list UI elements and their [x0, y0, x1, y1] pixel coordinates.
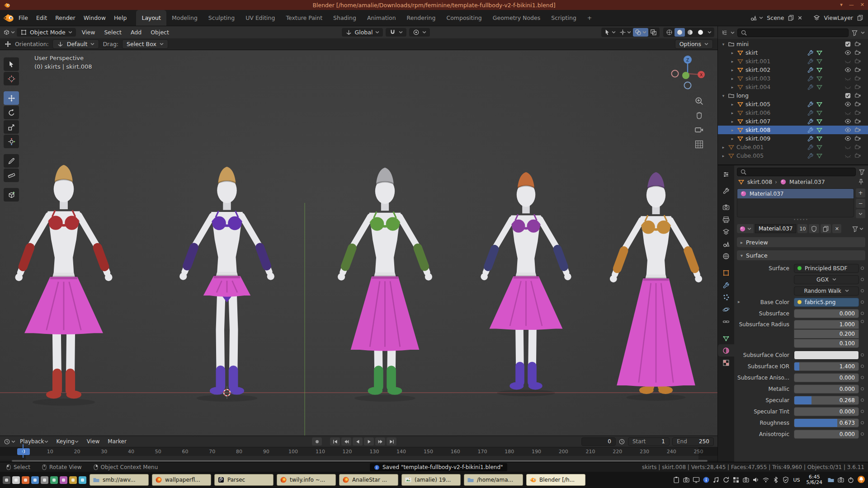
collection-checkbox[interactable]	[844, 92, 851, 99]
tray-clipboard-icon[interactable]	[673, 476, 680, 483]
mannequin-gold-gown[interactable]	[592, 172, 718, 402]
viewlayer-selector[interactable]: ViewLayer	[813, 14, 863, 21]
shade-button[interactable]: ▾	[840, 0, 843, 9]
object-data-icon[interactable]	[816, 135, 823, 142]
disable-in-renders-icon[interactable]	[854, 109, 861, 116]
tray-updates-icon[interactable]	[782, 476, 789, 483]
mode-dropdown[interactable]: Object Mode	[17, 28, 76, 37]
workspace-tab-layout[interactable]: Layout	[136, 10, 166, 26]
play-button[interactable]	[364, 437, 374, 446]
decorate-dot[interactable]	[859, 267, 865, 270]
viewport-zoom-icon[interactable]	[694, 96, 704, 106]
decorate-dot[interactable]	[859, 432, 865, 436]
value-slider[interactable]: 0.000	[794, 430, 859, 439]
hide-in-viewport-icon[interactable]	[844, 49, 851, 56]
expand-arrow-icon[interactable]: ▸	[730, 85, 735, 89]
hide-in-viewport-icon[interactable]	[844, 58, 851, 65]
decorate-dot[interactable]	[859, 421, 865, 424]
hide-in-viewport-icon[interactable]	[844, 118, 851, 125]
object-data-icon[interactable]	[816, 58, 823, 65]
filter-icon[interactable]	[851, 29, 858, 36]
properties-search-input[interactable]	[737, 168, 856, 176]
modifier-wrench-icon[interactable]	[807, 75, 814, 82]
expand-arrow-icon[interactable]: ▸	[730, 136, 735, 141]
disable-in-renders-icon[interactable]	[854, 118, 861, 125]
timeline-editor-icon[interactable]	[4, 438, 10, 445]
new-material-button[interactable]	[821, 224, 831, 233]
hide-in-viewport-icon[interactable]	[844, 144, 851, 150]
hide-in-viewport-icon[interactable]	[844, 66, 851, 73]
keyboard-layout-indicator[interactable]: US	[792, 477, 802, 483]
drag-setting-dropdown[interactable]: Select Box	[122, 39, 168, 49]
outliner-row-skirt.001[interactable]: ▸ skirt.001	[718, 57, 868, 66]
properties-tab-physics[interactable]	[718, 303, 734, 315]
outliner-row-mini[interactable]: ▾ mini	[718, 40, 868, 48]
mannequin-violet-knee-skirt[interactable]	[463, 172, 589, 397]
object-data-icon[interactable]	[816, 144, 823, 150]
gizmos-toggle[interactable]	[618, 28, 633, 37]
workspace-tab-texture-paint[interactable]: Texture Paint	[280, 10, 328, 26]
timeline-menu-playback[interactable]: Playback	[16, 436, 52, 447]
close-button[interactable]: ✕	[860, 0, 864, 9]
jump-start-button[interactable]	[330, 437, 340, 446]
decorate-dot[interactable]	[859, 376, 865, 379]
taskbar-launcher-files-icon[interactable]	[12, 476, 20, 484]
unlink-material-button[interactable]: ✕	[832, 224, 841, 233]
outliner-row-skirt.005[interactable]: ▸ skirt.005	[718, 100, 868, 108]
taskbar-window-button[interactable]: Blender [/h...	[526, 474, 585, 486]
breadcrumb-material[interactable]: Material.037	[789, 178, 825, 185]
filter-icon[interactable]	[859, 169, 865, 175]
tool-move-button[interactable]	[4, 91, 19, 105]
base-color-texture-button[interactable]: fabric5.png	[794, 298, 859, 307]
taskbar-launcher-browser-icon[interactable]	[22, 476, 29, 484]
tool-measure-button[interactable]	[4, 169, 19, 182]
next-keyframe-button[interactable]	[375, 437, 385, 446]
tool-add-cube-button[interactable]	[4, 188, 19, 202]
viewport-camera-view-icon[interactable]	[694, 125, 704, 135]
expand-arrow-icon[interactable]: ▸	[730, 102, 735, 107]
disable-in-renders-icon[interactable]	[854, 41, 861, 47]
hide-in-viewport-icon[interactable]	[844, 127, 851, 133]
material-name-field[interactable]: Material.037	[755, 224, 796, 233]
bell-icon[interactable]	[857, 475, 865, 483]
viewport-menu-add[interactable]: Add	[127, 29, 146, 36]
collection-checkbox[interactable]	[844, 41, 851, 47]
new-viewlayer-icon[interactable]	[857, 14, 863, 21]
value-slider[interactable]: 0.000	[794, 373, 859, 382]
object-data-icon[interactable]	[816, 127, 823, 133]
viewport-menu-view[interactable]: View	[78, 29, 99, 36]
outliner-row-Cube.005[interactable]: ▸ Cube.005	[718, 151, 868, 160]
decorate-dot[interactable]	[859, 289, 865, 292]
object-data-icon[interactable]	[816, 75, 823, 82]
viewport-hand-icon[interactable]	[694, 111, 704, 120]
disable-in-renders-icon[interactable]	[854, 66, 861, 73]
outliner-row-skirt.008[interactable]: ▸ skirt.008	[718, 126, 868, 134]
workspace-tab-uv-editing[interactable]: UV Editing	[240, 10, 280, 26]
outliner-editor-icon[interactable]	[721, 29, 728, 36]
slot-specials-button[interactable]	[856, 209, 865, 218]
taskbar-window-button[interactable]: (amalie) 19...	[401, 474, 461, 486]
properties-tab-constraints[interactable]	[718, 315, 734, 328]
surface-shader-button[interactable]: Principled BSDF	[794, 264, 859, 273]
properties-tab-tool[interactable]	[718, 184, 734, 197]
outliner-row-skirt.007[interactable]: ▸ skirt.007	[718, 117, 868, 126]
modifier-wrench-icon[interactable]	[807, 101, 814, 108]
disable-in-renders-icon[interactable]	[854, 144, 861, 150]
hide-in-viewport-icon[interactable]	[844, 135, 851, 142]
outliner-row-long[interactable]: ▾ long	[718, 91, 868, 100]
tray-workspace-grid-icon[interactable]	[732, 476, 740, 483]
taskbar-window-button[interactable]: wallpaperfl...	[152, 474, 211, 486]
properties-tab-texture[interactable]	[718, 357, 734, 369]
hide-in-viewport-icon[interactable]	[844, 101, 851, 108]
expand-arrow-icon[interactable]: ▸	[730, 51, 735, 55]
expand-arrow-icon[interactable]: ▸	[721, 154, 726, 158]
taskbar-clock[interactable]: 6:455/6/24	[804, 474, 825, 486]
timeline-ruler[interactable]: 0 01020304050607080901001101201301401501…	[0, 447, 717, 456]
object-data-icon[interactable]	[816, 84, 823, 90]
decorate-dot[interactable]	[859, 399, 865, 402]
timeline-track[interactable]	[0, 456, 717, 460]
value-field[interactable]: 0.200	[794, 329, 859, 338]
taskbar-launcher-chat-icon[interactable]	[79, 476, 86, 484]
menu-edit[interactable]: Edit	[32, 10, 51, 26]
outliner-row-skirt.004[interactable]: ▸ skirt.004	[718, 83, 868, 91]
